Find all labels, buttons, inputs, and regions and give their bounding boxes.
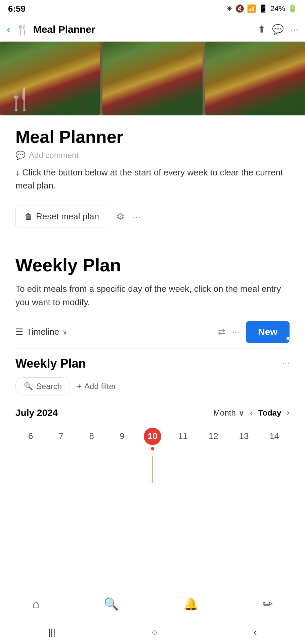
system-home-button[interactable]: ○ <box>152 627 158 638</box>
hero-image: 🍴 <box>0 42 305 115</box>
nav-fork-icon: 🍴 <box>16 23 29 36</box>
day-number-8: 8 <box>83 428 100 445</box>
reset-meal-plan-button[interactable]: 🗑 Reset meal plan <box>15 206 108 227</box>
calendar-day-7[interactable]: 7 <box>52 428 70 450</box>
calendar-day-13[interactable]: 13 <box>235 428 253 450</box>
calendar-next-button[interactable]: › <box>287 408 290 418</box>
calendar-controls: Month ∨ ‹ Today › <box>213 408 290 418</box>
add-comment-row[interactable]: 💬 Add comment <box>15 151 290 160</box>
day-number-14: 14 <box>266 428 283 445</box>
comment-button[interactable]: 💬 <box>272 24 284 35</box>
reset-btn-label: Reset meal plan <box>36 211 99 222</box>
toolbar-more-icon[interactable]: ··· <box>232 327 239 337</box>
weekly-plan-title: Weekly Plan <box>15 255 290 275</box>
calendar-day-6[interactable]: 6 <box>22 428 39 450</box>
main-content: Meal Planner 💬 Add comment ↓ Click the b… <box>0 115 305 483</box>
calendar-day-9[interactable]: 9 <box>113 428 131 450</box>
timeline-icon: ☰ <box>15 327 23 337</box>
section-divider <box>15 241 290 241</box>
calendar-month-year: July 2024 <box>15 408 58 418</box>
nav-home-button[interactable]: ⌂ <box>32 597 40 611</box>
status-time: 6:59 <box>8 4 26 14</box>
timeline-content-row <box>15 456 290 483</box>
today-timeline-indicator <box>152 456 153 483</box>
day-number-9: 9 <box>113 428 131 445</box>
top-nav: ‹ 🍴 Meal Planner ⬆ 💬 ··· <box>0 17 305 42</box>
status-icons: ✳ 🔇 📶 📱 24% 🔋 <box>226 4 297 13</box>
add-filter-plus-icon: + <box>77 382 82 391</box>
search-button[interactable]: 🔍 Search <box>15 377 70 395</box>
day-number-13: 13 <box>235 428 253 445</box>
system-back-button[interactable]: ‹ <box>254 627 257 638</box>
calendar-day-12[interactable]: 12 <box>205 428 222 450</box>
toolbar-row: ☰ Timeline ∨ ⇄ ··· New ↖ <box>15 321 290 348</box>
mute-icon: 🔇 <box>235 4 244 13</box>
add-filter-label: Add filter <box>84 382 116 391</box>
toolbar-right: ⇄ ··· New ↖ <box>218 321 290 343</box>
calendar-day-11[interactable]: 11 <box>174 428 192 450</box>
db-title: Weekly Plan <box>15 357 86 371</box>
back-button[interactable]: ‹ <box>7 23 10 36</box>
page-title: Meal Planner <box>15 127 290 147</box>
reset-btn-row: 🗑 Reset meal plan ⚙ ··· <box>15 206 290 227</box>
settings-icon[interactable]: ⚙ <box>116 211 125 222</box>
today-dot-indicator <box>151 447 154 450</box>
new-label: New <box>258 327 277 337</box>
timeline-chevron-icon: ∨ <box>62 328 68 336</box>
status-bar: 6:59 ✳ 🔇 📶 📱 24% 🔋 <box>0 0 305 17</box>
add-filter-button[interactable]: + Add filter <box>77 382 116 391</box>
trash-icon: 🗑 <box>25 212 33 221</box>
month-label: Month <box>213 408 236 418</box>
filter-row: 🔍 Search + Add filter <box>15 371 290 402</box>
search-nav-icon: 🔍 <box>104 597 119 611</box>
system-nav: ||| ○ ‹ <box>0 621 305 644</box>
button-more-icon[interactable]: ··· <box>133 211 140 222</box>
today-button[interactable]: Today <box>258 408 281 418</box>
share-button[interactable]: ⬆ <box>258 24 265 35</box>
food-container-2 <box>102 42 202 115</box>
search-icon: 🔍 <box>24 382 33 391</box>
more-menu-button[interactable]: ··· <box>291 24 298 35</box>
signal-icon: 📱 <box>259 4 268 13</box>
weekly-plan-description: To edit meals from a specific day of the… <box>15 282 290 309</box>
db-header: Weekly Plan ··· <box>15 348 290 371</box>
calendar-header: July 2024 Month ∨ ‹ Today › <box>15 402 290 425</box>
bottom-nav: ⌂ 🔍 🔔 ✏ <box>0 587 305 621</box>
day-number-7: 7 <box>52 428 70 445</box>
bluetooth-icon: ✳ <box>226 4 232 13</box>
calendar-day-10[interactable]: 10 <box>144 428 161 450</box>
description-text: ↓ Click the button below at the start of… <box>15 166 290 192</box>
home-icon: ⌂ <box>32 597 40 611</box>
calendar-day-8[interactable]: 8 <box>83 428 100 450</box>
day-number-11: 11 <box>174 428 192 445</box>
nav-edit-button[interactable]: ✏ <box>263 597 273 611</box>
nav-title-area: 🍴 Meal Planner <box>16 23 258 36</box>
cursor-icon: ↖ <box>286 335 292 344</box>
food-container-3 <box>205 42 305 115</box>
timeline-label: Timeline <box>27 327 59 337</box>
nav-notifications-button[interactable]: 🔔 <box>183 597 199 611</box>
system-recents-button[interactable]: ||| <box>48 627 55 638</box>
add-comment-text[interactable]: Add comment <box>29 151 79 160</box>
battery-percent: 24% <box>270 4 285 13</box>
page-title-section: Meal Planner 💬 Add comment ↓ Click the b… <box>15 115 290 196</box>
timeline-view-button[interactable]: ☰ Timeline ∨ <box>15 327 68 337</box>
edit-icon: ✏ <box>263 597 273 611</box>
calendar-prev-button[interactable]: ‹ <box>250 408 253 418</box>
hero-fork-icon: 🍴 <box>7 87 34 112</box>
month-chevron-icon: ∨ <box>238 408 245 418</box>
calendar-days-row: 67891011121314 <box>15 425 290 456</box>
day-number-12: 12 <box>205 428 222 445</box>
search-label: Search <box>36 382 62 391</box>
shuffle-icon[interactable]: ⇄ <box>218 327 225 337</box>
nav-actions: ⬆ 💬 ··· <box>258 24 298 35</box>
comment-icon: 💬 <box>15 151 26 160</box>
db-more-icon[interactable]: ··· <box>282 358 290 369</box>
calendar-day-14[interactable]: 14 <box>266 428 283 450</box>
database-section: Weekly Plan ··· 🔍 Search + Add filter Ju… <box>15 348 290 483</box>
new-button[interactable]: New ↖ <box>246 321 290 343</box>
day-number-10: 10 <box>144 428 161 445</box>
nav-search-button[interactable]: 🔍 <box>104 597 119 611</box>
bell-icon: 🔔 <box>183 597 199 611</box>
month-view-button[interactable]: Month ∨ <box>213 408 245 418</box>
